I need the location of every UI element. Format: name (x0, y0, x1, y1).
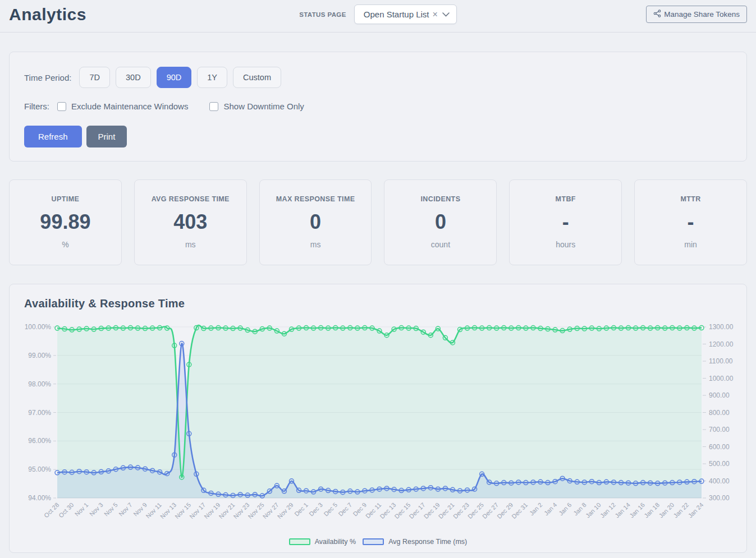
chart-title: Availability & Response Time (10, 297, 746, 310)
svg-text:Dec 29: Dec 29 (496, 501, 514, 520)
show-downtime-option[interactable]: Show Downtime Only (209, 102, 304, 111)
stat-unit: % (13, 240, 118, 249)
stat-label: MAX RESPONSE TIME (263, 195, 368, 203)
availability-response-chart[interactable]: 100.00%99.00%98.00%97.00%96.00%95.00%94.… (10, 313, 747, 537)
svg-text:Nov 17: Nov 17 (188, 501, 207, 520)
stat-value: - (513, 210, 618, 234)
stat-label: MTBF (513, 195, 618, 203)
stat-value: 0 (388, 210, 493, 234)
svg-text:Jan 22: Jan 22 (672, 501, 690, 519)
svg-text:Dec 3: Dec 3 (308, 501, 324, 518)
svg-text:Nov 19: Nov 19 (203, 501, 221, 520)
svg-text:800.00: 800.00 (709, 409, 730, 417)
svg-text:Dec 7: Dec 7 (337, 501, 353, 518)
response-time-legend-label: Avg Response Time (ms) (388, 538, 467, 546)
svg-text:Dec 31: Dec 31 (510, 501, 529, 520)
svg-text:Nov 21: Nov 21 (217, 501, 236, 520)
refresh-button[interactable]: Refresh (24, 126, 82, 147)
chart-panel: Availability & Response Time 100.00%99.0… (9, 284, 747, 553)
legend-item-availability[interactable]: Availability % (289, 538, 356, 546)
svg-text:Jan 14: Jan 14 (613, 501, 631, 519)
legend-item-response-time[interactable]: Avg Response Time (ms) (363, 538, 467, 546)
response-time-legend-swatch (363, 538, 384, 545)
svg-text:97.00%: 97.00% (28, 409, 51, 417)
exclude-maintenance-checkbox[interactable] (57, 102, 66, 111)
svg-text:95.00%: 95.00% (28, 465, 51, 473)
svg-text:Jan 12: Jan 12 (599, 501, 617, 519)
stat-card-max-response: MAX RESPONSE TIME 0 ms (259, 179, 372, 265)
clear-selection-icon[interactable]: × (433, 10, 438, 19)
stat-card-mttr: MTTR - min (634, 179, 747, 265)
period-button-1y[interactable]: 1Y (197, 67, 227, 88)
svg-text:Jan 16: Jan 16 (628, 501, 646, 519)
chevron-down-icon (442, 12, 450, 17)
svg-text:Oct 30: Oct 30 (57, 501, 75, 519)
status-page-selected-value: Open Startup List (364, 10, 429, 19)
stat-card-mtbf: MTBF - hours (509, 179, 622, 265)
stat-value: 99.89 (13, 210, 118, 234)
show-downtime-checkbox[interactable] (209, 102, 218, 111)
share-icon (653, 10, 661, 19)
svg-text:600.00: 600.00 (709, 443, 730, 451)
svg-text:98.00%: 98.00% (28, 380, 51, 388)
manage-share-tokens-label: Manage Share Tokens (664, 10, 740, 19)
print-button[interactable]: Print (86, 126, 127, 147)
svg-text:Nov 3: Nov 3 (88, 501, 104, 518)
filters-label: Filters: (24, 102, 49, 111)
svg-text:Nov 25: Nov 25 (247, 501, 265, 520)
stat-label: INCIDENTS (388, 195, 493, 203)
period-button-custom[interactable]: Custom (233, 67, 281, 88)
svg-text:100.00%: 100.00% (25, 323, 52, 331)
svg-text:1300.00: 1300.00 (709, 323, 734, 331)
svg-text:Dec 19: Dec 19 (423, 501, 441, 520)
svg-text:Dec 15: Dec 15 (393, 501, 411, 520)
stat-unit: ms (138, 240, 243, 249)
svg-text:Jan 20: Jan 20 (657, 501, 675, 519)
stat-unit: hours (513, 240, 618, 249)
svg-text:Nov 15: Nov 15 (173, 501, 192, 520)
stat-label: MTTR (638, 195, 743, 203)
svg-text:Jan 18: Jan 18 (643, 501, 661, 519)
svg-text:Dec 13: Dec 13 (378, 501, 397, 520)
svg-text:Dec 17: Dec 17 (408, 501, 427, 520)
svg-text:Dec 27: Dec 27 (481, 501, 500, 520)
svg-text:1100.00: 1100.00 (709, 357, 733, 365)
manage-share-tokens-button[interactable]: Manage Share Tokens (646, 6, 747, 23)
svg-text:1200.00: 1200.00 (709, 340, 734, 348)
stat-unit: min (638, 240, 743, 249)
exclude-maintenance-label: Exclude Maintenance Windows (71, 102, 188, 111)
period-button-30d[interactable]: 30D (116, 67, 151, 88)
svg-text:94.00%: 94.00% (28, 494, 51, 502)
period-button-90d[interactable]: 90D (157, 67, 192, 88)
svg-text:Jan 24: Jan 24 (687, 501, 705, 519)
svg-text:Nov 13: Nov 13 (159, 501, 177, 520)
availability-legend-label: Availability % (315, 538, 356, 546)
svg-text:Nov 7: Nov 7 (117, 501, 134, 518)
svg-text:Nov 27: Nov 27 (262, 501, 280, 520)
svg-text:900.00: 900.00 (709, 391, 730, 399)
svg-text:Nov 5: Nov 5 (103, 501, 119, 518)
availability-legend-swatch (289, 538, 310, 545)
stat-unit: ms (263, 240, 368, 249)
header: Analytics STATUS PAGE Open Startup List … (0, 0, 756, 33)
show-downtime-label: Show Downtime Only (223, 102, 304, 111)
svg-text:Jan 2: Jan 2 (528, 501, 544, 517)
period-button-7d[interactable]: 7D (79, 67, 110, 88)
svg-text:Dec 21: Dec 21 (437, 501, 456, 520)
stat-card-avg-response: AVG RESPONSE TIME 403 ms (134, 179, 247, 265)
time-period-label: Time Period: (24, 73, 71, 82)
svg-text:400.00: 400.00 (709, 477, 730, 485)
page-title: Analytics (9, 5, 299, 24)
svg-text:500.00: 500.00 (709, 460, 730, 468)
svg-text:700.00: 700.00 (709, 426, 730, 434)
exclude-maintenance-option[interactable]: Exclude Maintenance Windows (57, 102, 188, 111)
time-period-group: 7D 30D 90D 1Y Custom (79, 67, 281, 88)
svg-text:96.00%: 96.00% (28, 437, 51, 445)
stat-label: UPTIME (13, 195, 118, 203)
stat-card-incidents: INCIDENTS 0 count (384, 179, 497, 265)
svg-text:Dec 1: Dec 1 (293, 501, 309, 518)
status-page-select[interactable]: Open Startup List × (354, 4, 457, 24)
stat-unit: count (388, 240, 493, 249)
stat-card-uptime: UPTIME 99.89 % (9, 179, 122, 265)
svg-text:Nov 1: Nov 1 (74, 501, 90, 518)
